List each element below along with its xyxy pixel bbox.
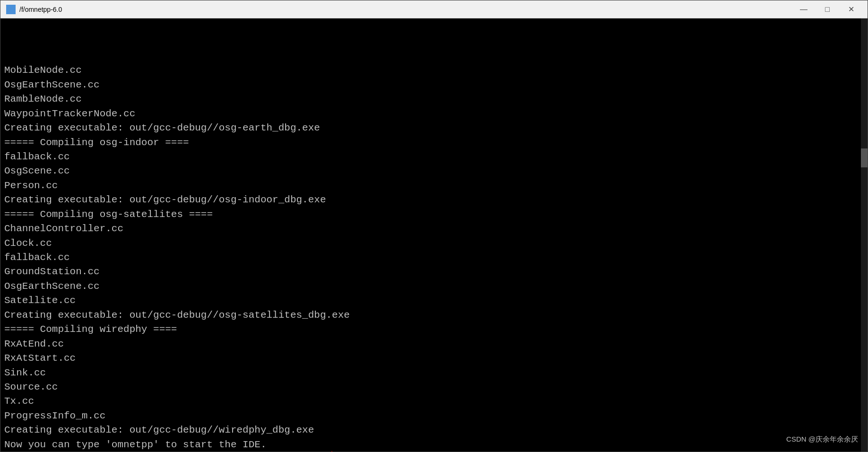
watermark-text: CSDN @庆余年余余厌 <box>786 435 858 444</box>
terminal-line: fallback.cc <box>4 150 864 164</box>
terminal-line: Clock.cc <box>4 236 864 251</box>
terminal-line: ProgressInfo_m.cc <box>4 409 864 423</box>
red-arrow-icon <box>278 450 354 452</box>
terminal-line: Person.cc <box>4 179 864 193</box>
terminal-line: Creating executable: out/gcc-debug//osg-… <box>4 121 864 135</box>
terminal-output: MobileNode.ccOsgEarthScene.ccRambleNode.… <box>4 20 864 452</box>
scrollbar[interactable] <box>861 18 868 452</box>
terminal-line: ===== Compiling osg-satellites ==== <box>4 208 864 222</box>
terminal-line: Source.cc <box>4 380 864 394</box>
terminal-line: ===== Compiling osg-indoor ==== <box>4 136 864 150</box>
terminal-line: Satellite.cc <box>4 294 864 308</box>
terminal-line: GroundStation.cc <box>4 265 864 279</box>
terminal-line: Sink.cc <box>4 366 864 380</box>
minimize-button[interactable]: — <box>793 2 815 17</box>
scrollbar-thumb[interactable] <box>861 148 868 167</box>
close-button[interactable]: ✕ <box>840 2 862 17</box>
terminal-body: MobileNode.ccOsgEarthScene.ccRambleNode.… <box>0 18 868 452</box>
terminal-line: RambleNode.cc <box>4 92 864 106</box>
window-title: /f/omnetpp-6.0 <box>19 6 793 13</box>
terminal-line: OsgEarthScene.cc <box>4 78 864 92</box>
terminal-line: Creating executable: out/gcc-debug//wire… <box>4 423 864 437</box>
terminal-line: OsgEarthScene.cc <box>4 279 864 294</box>
window-icon <box>6 5 16 14</box>
terminal-line: ===== Compiling wiredphy ==== <box>4 322 864 337</box>
window-controls: — □ ✕ <box>793 2 862 17</box>
terminal-line: Creating executable: out/gcc-debug//osg-… <box>4 193 864 207</box>
maximize-button[interactable]: □ <box>816 2 838 17</box>
terminal-line: OsgScene.cc <box>4 164 864 178</box>
terminal-line: Now you can type 'omnetpp' to start the … <box>4 438 864 452</box>
terminal-line: Creating executable: out/gcc-debug//osg-… <box>4 308 864 322</box>
terminal-line: WaypointTrackerNode.cc <box>4 107 864 121</box>
terminal-line: fallback.cc <box>4 251 864 265</box>
terminal-line: RxAtStart.cc <box>4 351 864 365</box>
terminal-line: MobileNode.cc <box>4 63 864 78</box>
terminal-line: RxAtEnd.cc <box>4 337 864 351</box>
title-bar: /f/omnetpp-6.0 — □ ✕ <box>0 0 868 18</box>
terminal-window: /f/omnetpp-6.0 — □ ✕ MobileNode.ccOsgEar… <box>0 0 868 452</box>
terminal-line: Tx.cc <box>4 394 864 409</box>
terminal-line: ChannelController.cc <box>4 222 864 236</box>
